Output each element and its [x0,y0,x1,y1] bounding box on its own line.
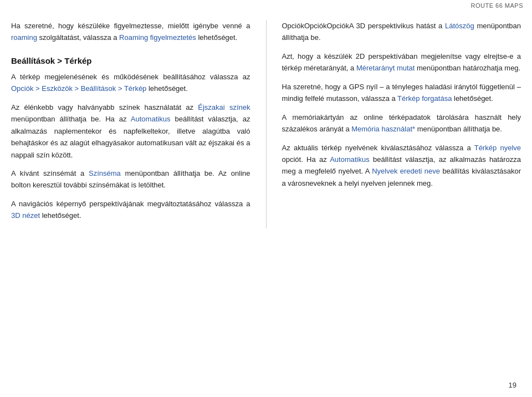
right-column: OpciókOpciókOpciókA 3D perspektivikus ha… [267,20,521,228]
right-para1: OpciókOpciókOpciókA 3D perspektivikus ha… [282,20,521,44]
left-para3: Az élénkebb vagy halványabb színek haszn… [11,101,250,161]
left-para5: A navigációs képernyő perspektívájának m… [11,198,250,222]
brand-header: ROUTE 66 MAPS [470,2,523,9]
page-number: 19 [509,381,516,389]
memory-usage-link: Memória használat* [351,125,415,133]
3d-view-link: 3D nézet [11,211,40,220]
fov-link: Látószög [445,22,474,30]
scale-link: Méretarányt mutat [356,64,415,72]
right-para2: Azt, hogy a készülék 2D perspektívában m… [282,50,521,74]
night-colors-link: Éjszakai színek [198,103,250,111]
left-column: Ha szeretné, hogy készüléke figyelmeztes… [11,20,267,228]
auto-link1: Automatikus [131,115,171,123]
options-path-link: Opciók > Eszközök > Beállítások > Térkép [11,84,146,93]
left-para2: A térkép megjelenésének és működésének b… [11,71,250,95]
color-scheme-link: Színséma [89,169,121,177]
right-para5: Az aktuális térkép nyelvének kiválasztás… [282,142,521,190]
roaming-link: roaming [11,33,37,42]
right-para4: A memóriakártyán az online térképadatok … [282,111,521,135]
left-para1: Ha szeretné, hogy készüléke figyelmeztes… [11,20,250,44]
map-rotation-link: Térkép forgatása [397,94,452,103]
roaming-warning-link: Roaming figyelmeztetés [119,33,196,42]
right-para3: Ha szeretné, hogy a GPS nyíl – a tényleg… [282,81,521,105]
original-names-link: Nyelvek eredeti neve [372,167,440,175]
map-language-link: Térkép nyelve [474,144,521,152]
section-heading-map: Beállítások > Térkép [11,56,250,65]
auto-link2: Automatikus [330,155,370,164]
left-para4: A kívánt színsémát a Színséma menüpontba… [11,167,250,191]
